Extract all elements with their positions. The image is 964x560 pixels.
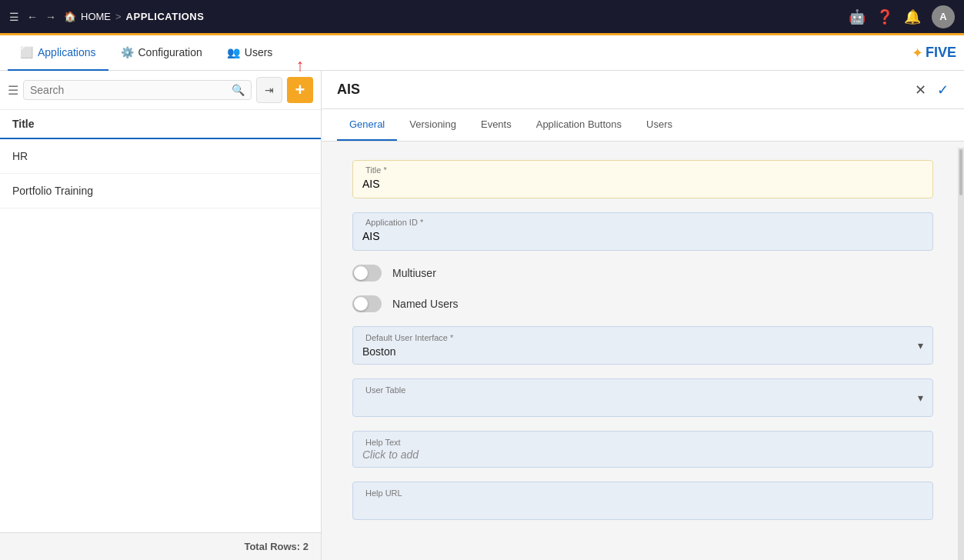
total-rows: Total Rows: 2 xyxy=(244,541,309,552)
help-url-label: Help URL xyxy=(362,488,923,498)
add-button[interactable]: + ↑ xyxy=(287,77,313,103)
sub-tabs: General Versioning Events Application Bu… xyxy=(322,109,964,142)
search-input-wrap: 🔍 xyxy=(23,80,252,100)
right-panel: AIS ✕ ✓ General Versioning Events Applic… xyxy=(322,71,964,560)
chevron-down-icon: ▾ xyxy=(918,392,923,404)
home-label[interactable]: HOME xyxy=(81,11,111,22)
help-url-value xyxy=(362,499,923,513)
user-table-label: User Table xyxy=(362,385,923,395)
list-item[interactable]: HR xyxy=(0,139,321,174)
list-item-label: HR xyxy=(12,150,28,162)
navbar-right: 🤖 ❓ 🔔 A xyxy=(849,5,955,28)
forward-button[interactable]: → xyxy=(45,11,56,23)
import-button[interactable]: ⇥ xyxy=(256,77,282,103)
help-text-label: Help Text xyxy=(362,438,923,447)
list-items: HR Portfolio Training xyxy=(0,139,321,532)
named-users-toggle[interactable] xyxy=(352,295,382,312)
add-button-wrap: + ↑ xyxy=(287,77,313,103)
help-icon[interactable]: ❓ xyxy=(876,8,893,25)
menu-icon[interactable]: ☰ xyxy=(9,11,19,23)
back-button[interactable]: ← xyxy=(27,11,38,23)
users-tab-icon: 👥 xyxy=(227,46,240,58)
toggle-knob xyxy=(354,266,368,280)
list-item[interactable]: Portfolio Training xyxy=(0,174,321,208)
home-icon: 🏠 xyxy=(64,11,76,22)
record-title: AIS xyxy=(337,82,360,98)
tab-bar-left: ⬜ Applications ⚙️ Configuration 👥 Users xyxy=(8,35,285,71)
scrollbar-thumb[interactable] xyxy=(959,149,962,195)
filter-icon: ☰ xyxy=(8,83,18,98)
record-header: AIS ✕ ✓ xyxy=(322,71,964,109)
default-ui-value: Boston xyxy=(362,344,923,358)
save-button[interactable]: ✓ xyxy=(937,82,949,98)
list-column-title: Title xyxy=(12,118,35,130)
configuration-tab-label: Configuration xyxy=(138,46,202,58)
search-icon: 🔍 xyxy=(232,84,245,96)
tab-versioning[interactable]: Versioning xyxy=(397,109,469,141)
tab-bar: ⬜ Applications ⚙️ Configuration 👥 Users … xyxy=(0,35,964,71)
five-logo: ✦ FIVE xyxy=(912,45,956,62)
multiuser-toggle[interactable] xyxy=(352,265,382,282)
breadcrumb: 🏠 HOME > APPLICATIONS xyxy=(64,11,204,22)
main-layout: ☰ 🔍 ⇥ + ↑ Title xyxy=(0,71,964,560)
named-users-row: Named Users xyxy=(352,295,933,312)
user-table-field[interactable]: User Table ▾ xyxy=(352,378,933,417)
notification-icon[interactable]: 🔔 xyxy=(904,8,921,25)
scrollbar[interactable] xyxy=(958,148,964,560)
multiuser-row: Multiuser xyxy=(352,265,933,282)
applications-tab-label: Applications xyxy=(38,46,96,58)
chevron-down-icon: ▾ xyxy=(918,339,923,352)
applications-tab-icon: ⬜ xyxy=(20,46,33,58)
title-input[interactable] xyxy=(362,176,923,192)
tab-general[interactable]: General xyxy=(337,109,397,141)
named-users-label: Named Users xyxy=(392,298,459,310)
configuration-tab-icon: ⚙️ xyxy=(121,46,134,58)
breadcrumb-separator: > xyxy=(115,11,122,22)
record-actions: ✕ ✓ xyxy=(915,82,949,98)
title-field: Title * xyxy=(352,160,933,198)
app-id-field: Application ID * xyxy=(352,212,933,251)
add-icon: + xyxy=(295,82,305,98)
tab-application-buttons[interactable]: Application Buttons xyxy=(524,109,634,141)
user-table-value xyxy=(362,396,923,410)
list-footer: Total Rows: 2 xyxy=(0,532,321,560)
tab-users[interactable]: Users xyxy=(634,109,685,141)
left-panel: ☰ 🔍 ⇥ + ↑ Title xyxy=(0,71,322,560)
help-text-placeholder[interactable]: Click to add xyxy=(362,448,923,461)
avatar[interactable]: A xyxy=(932,5,955,28)
chat-icon[interactable]: 🤖 xyxy=(849,8,866,25)
title-label: Title * xyxy=(362,165,923,175)
multiuser-label: Multiuser xyxy=(392,267,436,279)
app-id-input[interactable] xyxy=(362,228,923,244)
search-input[interactable] xyxy=(30,84,232,96)
tab-events[interactable]: Events xyxy=(469,109,524,141)
search-bar: ☰ 🔍 ⇥ + ↑ xyxy=(0,71,321,110)
help-text-field[interactable]: Help Text Click to add xyxy=(352,431,933,468)
arrow-indicator: ↑ xyxy=(296,55,305,75)
navbar: ☰ ← → 🏠 HOME > APPLICATIONS 🤖 ❓ 🔔 A xyxy=(0,0,964,35)
toggle-knob xyxy=(354,297,368,311)
default-ui-label: Default User Interface * xyxy=(362,333,923,342)
app-id-label: Application ID * xyxy=(362,218,923,227)
tab-applications[interactable]: ⬜ Applications xyxy=(8,35,108,71)
tab-users[interactable]: 👥 Users xyxy=(215,35,285,71)
default-ui-field[interactable]: Default User Interface * Boston ▾ xyxy=(352,326,933,365)
five-logo-star: ✦ xyxy=(912,45,923,62)
list-header: Title xyxy=(0,110,321,139)
current-page-label: APPLICATIONS xyxy=(126,11,205,22)
navbar-left: ☰ ← → 🏠 HOME > APPLICATIONS xyxy=(9,11,204,23)
import-icon: ⇥ xyxy=(265,84,274,96)
five-logo-text: FIVE xyxy=(926,45,956,61)
form-area: Title * Application ID * Multiuser xyxy=(322,142,964,560)
users-tab-label: Users xyxy=(245,46,273,58)
close-button[interactable]: ✕ xyxy=(915,82,926,98)
help-url-field[interactable]: Help URL xyxy=(352,482,933,520)
list-item-label: Portfolio Training xyxy=(12,185,93,197)
toolbar-buttons: ⇥ + ↑ xyxy=(256,77,313,103)
tab-configuration[interactable]: ⚙️ Configuration xyxy=(108,35,215,71)
